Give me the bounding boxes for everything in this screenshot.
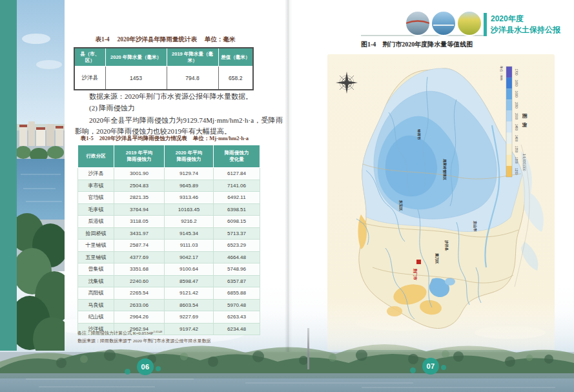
page-number-dot [441, 365, 446, 370]
legend-title: 图 例 [522, 114, 528, 129]
map-label-city-red: 荆门市 [413, 268, 418, 280]
note-source: 数据来源：降雨数据来源于 2020 年荆门市水资源公报年降水量数据 [77, 338, 211, 344]
report-title-year: 2020年度 [491, 14, 560, 25]
page-number-dot [125, 369, 130, 375]
map-label-qujialing: 屈家岭管理区 [442, 158, 447, 181]
figure-caption: 图1-4 荆门市2020年度降水量等值线图 [361, 40, 473, 49]
table1-caption-tag: 表1-4 [95, 36, 109, 44]
report-title: 2020年度 沙洋县水土保持公报 [491, 14, 560, 36]
left-city-photo [17, 0, 65, 351]
map-label-shayang: 沙洋县 [444, 240, 449, 251]
table1-caption-title: 2020年沙洋县年降雨量统计表 [118, 36, 198, 44]
rainfall-table-header-cell: 县（市、区） [74, 48, 105, 67]
table2-caption-title: 2020年沙洋县平均降雨侵蚀力情况表 [99, 135, 187, 143]
svg-text:1400: 1400 [515, 135, 518, 142]
erosivity-table-row: 李市镇2504.83 9645.897141.06 [78, 180, 260, 192]
photo-circle-bridge [405, 11, 430, 36]
section-heading: (2) 降雨侵蚀力 [75, 103, 283, 113]
page-number-left: 06 [137, 358, 154, 375]
report-spread: 表1-4 2020年沙洋县年降雨量统计表 单位：毫米 县（市、区）2020 年降… [0, 0, 574, 392]
formula-exponent: 1.6548 [154, 330, 163, 333]
svg-text:1600: 1600 [515, 91, 518, 98]
table2-caption-unit: 单位：Mj·mm/hm2·h·a [193, 135, 249, 143]
rainfall-table-header-cell: 2020 年降水量（毫米） [105, 48, 167, 67]
svg-text:1500: 1500 [515, 113, 518, 120]
erosivity-table-row: 官垱镇2821.35 9313.466492.11 [78, 192, 260, 204]
map-label-zhongxiang: 钟祥市 [417, 129, 421, 140]
left-page: 表1-4 2020年沙洋县年降雨量统计表 单位：毫米 县（市、区）2020 年降… [65, 0, 289, 354]
rainfall-table-row: 沙洋县1453 794.8658.2 [74, 67, 253, 90]
foreground-trees [17, 213, 65, 351]
erosivity-table-header-cell: 2019 年平均 降雨侵蚀力 [114, 145, 165, 168]
erosivity-table-row: 纪山镇2964.26 9227.696263.43 [78, 311, 260, 324]
table2-caption-tag: 表1-5 [81, 135, 94, 143]
erosivity-table-row: 毛李镇3764.94 10163.456398.51 [78, 203, 260, 216]
erosivity-table: 行政分区2019 年平均 降雨侵蚀力2020 年平均 降雨侵蚀力降雨侵蚀力 变化… [77, 145, 260, 335]
data-source-paragraph: 数据来源：2020年荆门市水资源公报年降水量数据。 [75, 92, 283, 101]
left-teal-band [0, 0, 17, 351]
legend-unit: 单位：mm [500, 65, 503, 80]
erosivity-table-row: 高阳镇2265.54 9121.426855.88 [78, 287, 260, 300]
map-label-dongbao: 东宝区 [398, 200, 403, 211]
note-formula: 备注：降雨侵蚀力计算公式 R=0.0534P1.6548 [77, 330, 162, 336]
erosivity-table-row: 拾回桥镇3431.97 9145.345713.37 [78, 227, 260, 240]
header-circles-illustration [402, 8, 486, 39]
report-title-name: 沙洋县水土保持公报 [491, 25, 560, 36]
city-marker [416, 260, 421, 264]
table1-caption-unit: 单位：毫米 [205, 36, 236, 44]
right-page: 2020年度 沙洋县水土保持公报 图1-4 荆门市2020年度降水量等值线图 [289, 0, 574, 354]
legend-colorbar [506, 67, 512, 177]
erosivity-table-header-cell: 2020 年平均 降雨侵蚀力 [165, 145, 214, 168]
header-photo-circles [402, 8, 486, 39]
svg-text:1300: 1300 [515, 157, 518, 164]
svg-text:1250: 1250 [515, 168, 518, 175]
erosivity-table-row: 五里铺镇4377.69 9042.174664.48 [78, 251, 260, 263]
photo-circle-field [457, 11, 482, 36]
erosivity-table-row: 沙洋县3001.90 9129.746127.84 [78, 168, 260, 180]
book-spine-shadow [285, 0, 292, 352]
page-number-right: 07 [422, 358, 439, 375]
erosivity-table-row: 沈集镇2240.60 8598.476357.87 [78, 275, 260, 287]
water-reflection [0, 373, 574, 378]
erosivity-table-row: 马良镇2633.06 8603.545970.48 [78, 299, 260, 311]
erosivity-table-row: 十里铺镇2587.74 9111.036523.29 [78, 240, 260, 252]
city-lake-illustration [17, 0, 65, 351]
erosivity-paragraph: 2020年全县平均降雨侵蚀力为9129.74Mj·mm/hm2·h·a，受降雨影… [75, 115, 283, 137]
svg-text:1550: 1550 [515, 102, 518, 109]
svg-text:1650: 1650 [515, 79, 518, 87]
svg-text:1350: 1350 [515, 146, 518, 153]
erosivity-table-header-row: 行政分区2019 年平均 降雨侵蚀力2020 年平均 降雨侵蚀力降雨侵蚀力 变化… [78, 145, 260, 168]
rainfall-table-header-cell: 差值（毫米） [218, 48, 253, 67]
legend-scale: 1:1,000,000 [522, 154, 526, 171]
erosivity-table-row: 曾集镇3351.68 9100.645748.96 [78, 263, 260, 276]
svg-text:1700: 1700 [515, 68, 518, 76]
header-accent-bar [484, 13, 487, 36]
rainfall-table: 县（市、区）2020 年降水量（毫米）2019 年降水量（毫米）差值（毫米） 沙… [74, 47, 254, 90]
map-label-duodao: 掇刀区 [435, 253, 439, 264]
precipitation-contour-map: 钟祥市 屈家岭管理区 京山市 东宝区 掇刀区 沙洋县 荆门市 单位：mm [327, 54, 555, 350]
rainfall-table-header-row: 县（市、区）2020 年降水量（毫米）2019 年降水量（毫米）差值（毫米） [74, 48, 253, 67]
page-number-dot [410, 367, 416, 373]
svg-text:1450: 1450 [515, 124, 518, 131]
photo-circle-reservoir [431, 11, 456, 36]
map-label-jingshan: 京山市 [473, 220, 477, 232]
erosivity-table-header-cell: 行政分区 [78, 145, 114, 168]
erosivity-table-header-cell: 降雨侵蚀力 变化量 [214, 145, 260, 168]
rainfall-table-header-cell: 2019 年降水量（毫米） [167, 48, 218, 67]
erosivity-table-row: 后港镇3118.05 9216.26098.15 [78, 216, 260, 228]
page-number-dot [156, 366, 161, 371]
table1-caption: 表1-4 2020年沙洋县年降雨量统计表 单位：毫米 [67, 36, 263, 44]
table2-caption: 表1-5 2020年沙洋县平均降雨侵蚀力情况表 单位：Mj·mm/hm2·h·a [66, 135, 263, 143]
